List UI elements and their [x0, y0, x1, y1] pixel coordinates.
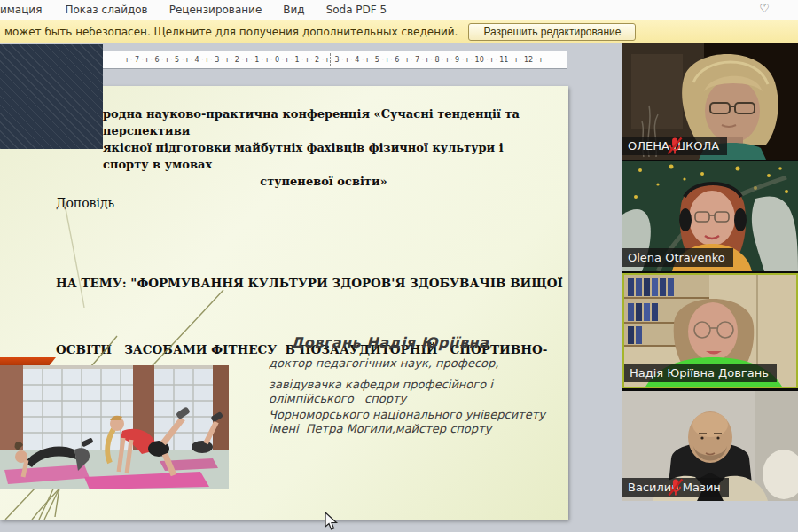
- enable-editing-button[interactable]: Разрешить редактирование: [468, 23, 636, 41]
- horizontal-ruler[interactable]: ı · 7 · ı · 6 · ı · 5 · ı · 4 · ı · 3 · …: [100, 51, 567, 69]
- muted-mic-icon: [622, 478, 729, 497]
- conference-title-line3: ступеневої освіти»: [103, 173, 544, 190]
- video-tile-nadiia-dovhan[interactable]: Надія Юріївна Довгань: [622, 273, 798, 388]
- participant-name-label: Надія Юріївна Довгань: [624, 364, 777, 382]
- author-credential-5: імені Петра Могили,майстер спорту: [269, 422, 491, 435]
- video-tile-olena-otravenko[interactable]: Olena Otravenko: [622, 161, 798, 271]
- conference-title-line2: якісної підготовки майбутніх фахівців фі…: [103, 139, 544, 173]
- shared-screen: имация Показ слайдов Рецензирование Вид …: [0, 0, 798, 532]
- participant-name: Надія Юріївна Довгань: [630, 366, 769, 379]
- heart-icon[interactable]: ♡: [759, 2, 770, 15]
- author-name: Довгань Надія Юріївна: [291, 334, 489, 351]
- conference-title: родна науково-практична конференція «Суч…: [103, 106, 544, 190]
- dark-video-placeholder-block: [0, 44, 103, 149]
- slide-canvas[interactable]: родна науково-практична конференція «Суч…: [0, 86, 568, 520]
- author-credential-4: Чорноморського національного університет…: [269, 408, 545, 421]
- ribbon-tab-animation[interactable]: имация: [0, 4, 42, 16]
- warning-message: может быть небезопасен. Щелкните для пол…: [4, 26, 458, 38]
- ribbon-tab-review[interactable]: Рецензирование: [169, 4, 262, 16]
- participant-name: Olena Otravenko: [628, 251, 725, 264]
- ribbon-tab-slideshow[interactable]: Показ слайдов: [65, 4, 147, 16]
- ribbon-tab-bar: имация Показ слайдов Рецензирование Вид …: [0, 0, 798, 20]
- participant-video-panel: ОЛЕНА ШКОЛА: [622, 43, 798, 501]
- mouse-cursor: [325, 512, 339, 531]
- protected-view-warning-bar: может быть небезопасен. Щелкните для пол…: [0, 20, 798, 43]
- participant-name-label: ОЛЕНА ШКОЛА: [622, 137, 727, 155]
- author-credential-2: завідувачка кафедри професійного і: [269, 378, 493, 391]
- conference-title-line1: родна науково-практична конференція «Суч…: [103, 106, 544, 139]
- ruler-scale: ı · 7 · ı · 6 · ı · 5 · ı · 4 · ı · 3 · …: [101, 56, 567, 64]
- participant-name-label: Olena Otravenko: [622, 248, 733, 267]
- fitness-class-photo: [0, 365, 229, 489]
- author-credential-3: олімпійського спорту: [269, 392, 406, 405]
- muted-mic-icon: [622, 137, 727, 155]
- ruler-cursor-marker: [330, 53, 331, 66]
- video-tile-vasiliy-mazin[interactable]: Василий Мазин: [622, 391, 798, 501]
- ribbon-tab-sodapdf[interactable]: Soda PDF 5: [326, 4, 387, 16]
- author-credential-1: доктор педагогічних наук, професор,: [269, 356, 498, 370]
- participant-name-label: Василий Мазин: [622, 478, 729, 497]
- ribbon-tab-view[interactable]: Вид: [283, 4, 304, 16]
- video-tile-olena-shkola[interactable]: ОЛЕНА ШКОЛА: [622, 43, 798, 160]
